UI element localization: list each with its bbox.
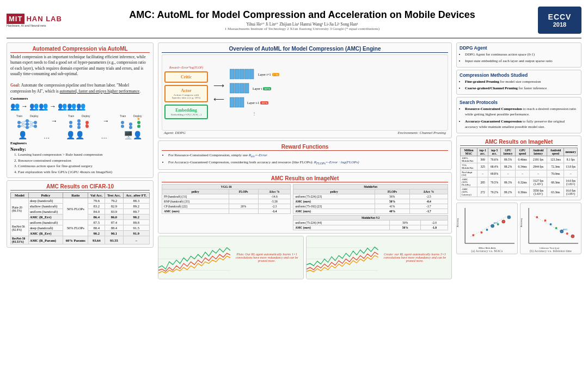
inet-row1-andspd: 8.1 fps — [564, 156, 578, 163]
inet-row1-gpuspd: 2191 fps — [529, 156, 547, 163]
search-bullet-1: Resource-Constrained Compression to reac… — [465, 106, 578, 117]
table-row-bold: ResNet-50(93.53%) AMC (R_Param) 60% Para… — [11, 236, 150, 244]
mb-col-acc: ΔAcc % — [409, 189, 448, 194]
agent-env-row: Agent: DDPG Environment: Channel Pruning — [162, 131, 448, 135]
env-label: Environment: Channel Pruning — [398, 131, 446, 135]
inet-row3-andspd: – — [564, 170, 578, 177]
resnet56-ft-1: 89.8 — [123, 220, 149, 225]
right-column: DDPG Agent DDPG Agent for continuous act… — [456, 42, 581, 388]
inet-row1-andlat: 123.3ms — [547, 156, 564, 163]
novelty-title: Novelty: — [10, 147, 26, 152]
layer-t1-svg — [230, 69, 257, 81]
resnet56-test-amc: 90.1 — [105, 231, 123, 236]
reward-bullet-2: For Accuracy-Guaranteed Compression, con… — [168, 160, 448, 166]
mobilenetv2-table: MobileNet-V2 uniform (75-224) [44] 50% -… — [293, 215, 448, 230]
graph-b: Accuracy Inference Time (ms) AMC — [520, 203, 581, 254]
novelty-section: Novelty: Learning based compression > Ru… — [10, 146, 150, 175]
nn-diagrams-row: Train Deploy — [10, 113, 150, 129]
plain20-policy-3: uniform (handcraft) — [28, 209, 63, 215]
plain20-val-2: 83.2 — [88, 204, 105, 209]
nn-svg-3: Train Deploy ★ — [117, 113, 147, 129]
svg-rect-45 — [230, 83, 234, 93]
svg-text:Accuracy: Accuracy — [457, 218, 459, 227]
mb-row4-flops: 40% — [375, 209, 410, 213]
inet-col-top5: top-5 acc. — [488, 148, 501, 156]
imagenet-right-header: AMC Results on ImageNet — [460, 139, 578, 146]
svg-point-8 — [34, 125, 37, 128]
ddpg-title: DDPG Agent — [460, 45, 578, 51]
plain20-ft-1: 88.3 — [123, 198, 149, 204]
search-title: Search Protocols — [460, 100, 578, 105]
svg-point-71 — [507, 216, 511, 219]
mb-col-flops: FLOPs — [375, 189, 410, 194]
training-svg-2 — [307, 236, 378, 279]
engineer-icon-1: 👤 — [18, 131, 27, 140]
cifar-col-ratio: Ratio — [63, 193, 88, 198]
training-svg-1 — [158, 236, 230, 279]
plain20-val-amc: 86.4 — [88, 215, 105, 220]
header-divider — [7, 38, 581, 39]
cifar-col-valacc: Val Acc. — [88, 193, 105, 198]
plain20-policy-2: shallow (handcraft) — [28, 204, 63, 209]
affiliations: 1 Massachusetts Institute of Technology … — [66, 27, 538, 31]
inet-col-mac: Million MAC — [461, 148, 477, 156]
mb-row1-acc: -2.5 — [409, 194, 448, 199]
poster-title: AMC: AutoML for Model Compression and Ac… — [66, 9, 538, 21]
table-row: Plain-20(90.5%) deep (handcraft) 50% FLO… — [11, 198, 150, 204]
mb-row2-acc: -0.4 — [409, 199, 448, 204]
table-row-bold: AMC (ours) 40% -1.7 — [293, 209, 448, 213]
compression-title: Compression Methods Studied — [460, 72, 578, 78]
compression-bullet-1: Fine-grained Pruning for model size comp… — [465, 79, 578, 84]
inet-row4-gpuspd: 3127 fps(1.43×) — [529, 177, 547, 187]
graph-a-label: (a) Accuracy v.s. MACs — [457, 249, 517, 253]
nn-svg-1: Train Deploy — [14, 113, 44, 129]
svg-rect-40 — [230, 69, 234, 79]
plain20-ft-3: 89.7 — [123, 209, 149, 215]
inet-row5-gpuspd: 3550 fps(1.63×) — [529, 187, 547, 197]
svg-rect-60 — [457, 205, 517, 252]
table-row: AMC(50% Latency) 272 70.2% 89.2% 0.30ms … — [461, 187, 578, 197]
cifar-section: AMC Results on CIFAR-10 Model Policy Rat… — [7, 180, 154, 248]
inet-row5-andlat: 63.3ms — [547, 187, 564, 197]
svg-rect-73 — [520, 205, 581, 252]
main-title-block: AMC: AutoML for Model Compression and Ac… — [66, 9, 538, 31]
cifar-col-policy: Policy — [28, 193, 63, 198]
inet-row3-gpulat: – — [516, 170, 529, 177]
graph-b-label: (b) Accuracy v.s. Inference time — [520, 249, 581, 253]
table-row-bold: AMC (ours) -1.4 — [162, 209, 291, 213]
ddpg-section: DDPG Agent DDPG Agent for continuous act… — [456, 42, 581, 68]
svg-rect-51 — [240, 97, 244, 107]
svg-text:Train: Train — [120, 114, 126, 118]
inet-row3-mac: – — [477, 170, 488, 177]
content-area: Automated Compression via AutoML Model c… — [7, 42, 581, 388]
reward-section-header: Reward Functions — [162, 144, 448, 151]
automl-section-header: Automated Compression via AutoML — [10, 46, 150, 53]
left-arrow: ⟵ — [213, 95, 224, 104]
workflow-diagram: Customers 👥 → 👥👥 → 👥👥👥 — [10, 96, 150, 145]
automl-goal: Goal: — [10, 83, 21, 88]
vgg-header: VGG-16 — [162, 184, 291, 189]
vgg-row1-flops — [229, 194, 258, 199]
svg-point-34 — [121, 125, 124, 128]
reward-list: For Resource-Constrained Compression, si… — [162, 152, 448, 166]
vgg-table-section: VGG-16 policy FLOPs ΔAcc % FP — [162, 184, 291, 230]
compression-bullet-2: Coarse-grained/Channel Pruning for faste… — [465, 85, 578, 91]
mb-row1-flops: 56% — [375, 194, 410, 199]
table-row: RNP (handcraft) [33] -5.58 — [162, 199, 291, 204]
resnet50-ft-amc: – — [123, 236, 149, 244]
arrow2: → — [50, 102, 56, 111]
ddpg-bullets: DDPG Agent for continuous action space (… — [460, 52, 578, 64]
layer-tm1-badge: 30% — [260, 101, 268, 105]
resnet50-test-amc: 93.55 — [105, 236, 123, 244]
svg-rect-44 — [249, 69, 254, 79]
mbv2-row1-policy: uniform (75-224) [44] — [293, 220, 390, 225]
inet-row3-gpuspd: – — [529, 170, 547, 177]
vgg-row1-acc: -14.6 — [258, 194, 291, 199]
table-row: FP (handcraft) [31] -14.6 — [162, 194, 291, 199]
engineer-icon-2: 👤👤 — [66, 131, 84, 140]
middle-column: Overview of AutoML for Model Compression… — [158, 42, 452, 388]
resnet56-val-1: 87.5 — [88, 220, 105, 225]
inet-row5-gpulat: 0.30ms — [516, 187, 529, 197]
resnet50-model: ResNet-50(93.53%) — [11, 236, 29, 244]
svg-rect-48 — [244, 83, 249, 93]
